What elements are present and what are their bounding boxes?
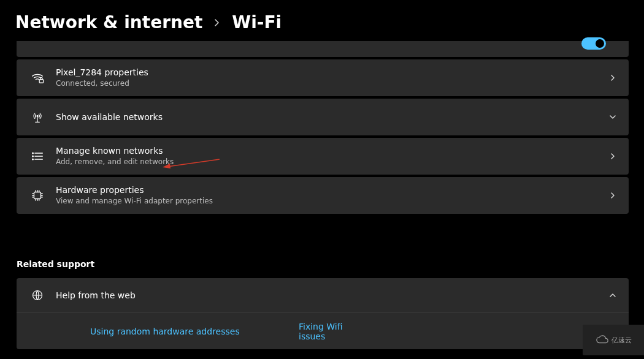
- chevron-up-icon: [609, 292, 616, 299]
- chevron-right-icon: [609, 153, 616, 160]
- hardware-properties-title: Hardware properties: [56, 184, 609, 195]
- antenna-icon: [29, 110, 46, 124]
- svg-point-6: [33, 159, 34, 160]
- breadcrumb-parent[interactable]: Network & internet: [15, 12, 202, 32]
- show-available-networks-row[interactable]: Show available networks: [17, 99, 629, 135]
- help-from-web-row[interactable]: Help from the web: [17, 278, 629, 312]
- help-links-row: Using random hardware addresses Fixing W…: [17, 312, 629, 349]
- svg-rect-0: [39, 80, 43, 83]
- svg-point-4: [33, 156, 34, 157]
- breadcrumb-current: Wi-Fi: [232, 12, 282, 32]
- link-fixing-wifi-issues[interactable]: Fixing Wifi issues: [299, 322, 347, 341]
- related-support-heading: Related support: [0, 242, 94, 276]
- chevron-right-icon: [609, 74, 616, 81]
- wifi-toggle-icon[interactable]: [581, 37, 606, 50]
- list-icon: [29, 151, 46, 162]
- hardware-properties-row[interactable]: Hardware properties View and manage Wi-F…: [17, 177, 629, 214]
- show-available-networks-title: Show available networks: [56, 111, 609, 123]
- manage-known-networks-title: Manage known networks: [56, 145, 609, 156]
- chip-icon: [29, 189, 46, 202]
- link-random-hardware-addresses[interactable]: Using random hardware addresses: [90, 327, 240, 336]
- wifi-toggle-row[interactable]: [17, 41, 629, 57]
- watermark: 亿速云: [583, 325, 644, 355]
- chevron-right-icon: [213, 19, 221, 26]
- manage-known-networks-row[interactable]: Manage known networks Add, remove, and e…: [17, 138, 629, 175]
- watermark-text: 亿速云: [611, 336, 632, 345]
- chevron-down-icon: [609, 113, 616, 121]
- svg-rect-8: [34, 192, 41, 199]
- svg-point-2: [33, 153, 34, 154]
- manage-known-networks-sub: Add, remove, and edit networks: [56, 157, 609, 167]
- wifi-properties-sub: Connected, secured: [56, 79, 609, 89]
- hardware-properties-sub: View and manage Wi-Fi adapter properties: [56, 197, 609, 206]
- globe-icon: [29, 289, 46, 301]
- help-from-web-title: Help from the web: [56, 290, 609, 301]
- wifi-properties-row[interactable]: Pixel_7284 properties Connected, secured: [17, 59, 629, 96]
- wifi-properties-title: Pixel_7284 properties: [56, 67, 609, 78]
- wifi-secured-icon: [29, 71, 46, 85]
- chevron-right-icon: [609, 192, 616, 199]
- breadcrumb: Network & internet Wi-Fi: [0, 0, 644, 32]
